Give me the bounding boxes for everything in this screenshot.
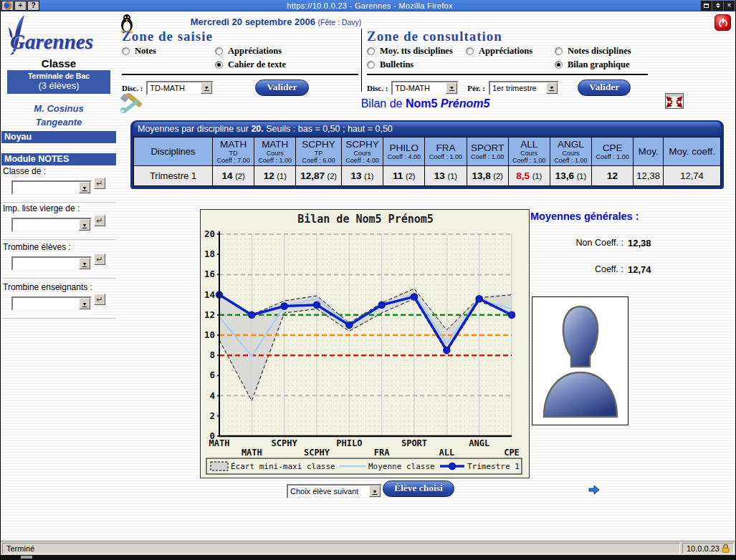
dropdown-arrow-icon[interactable]: ▼ [79, 258, 90, 269]
enter-button[interactable]: ↵ [94, 178, 105, 189]
radio-circle-icon[interactable] [367, 47, 375, 55]
zone-consultation-title: Zone de consultation [367, 29, 648, 44]
column-header-scphy: SCPHYTPCoeff : 6.00 [296, 137, 341, 166]
grade-cell-6: 13,8 (2) [467, 166, 508, 186]
radio-cahier-de-texte[interactable]: Cahier de texte [215, 59, 358, 70]
radio-label: Notes [135, 46, 156, 57]
student-nom: Nom5 [406, 97, 437, 110]
student-photo-frame [532, 296, 629, 425]
radio-notes-disciplines[interactable]: Notes disciplines [555, 46, 648, 57]
radio-circle-icon[interactable] [215, 61, 223, 69]
radio-label: Moy. tts disciplines [380, 46, 453, 57]
trombine-enseignants-select[interactable]: ▼ [11, 296, 92, 311]
grade-cell-8: 13,6 (1) [550, 166, 591, 186]
imp-liste-row: ▼ ↵ [11, 218, 105, 232]
classe-de-select[interactable]: ▼ [11, 180, 92, 195]
grade-cell-1: 12 (1) [254, 166, 296, 186]
radio-label: Appréciations [228, 46, 282, 57]
fete-text: (Fête : Davy) [318, 18, 362, 26]
firefox-icon[interactable] [1, 1, 14, 11]
student-prenom: Prénom5 [441, 97, 489, 110]
trombine-enseignants-row: ▼ ↵ [11, 296, 105, 311]
ssl-lock-icon[interactable] [722, 544, 730, 553]
classe-name: Terminale de Bac [7, 72, 110, 80]
logout-power-button[interactable] [715, 14, 731, 31]
column-header-math: MATHCoursCoeff : 1.00 [254, 137, 296, 166]
grade-cell-4: 11 (2) [383, 166, 425, 186]
disc-label: Disc. : [367, 84, 388, 92]
svg-text:16: 16 [204, 269, 215, 279]
noyau-section-title[interactable]: Noyau [1, 131, 116, 143]
enter-button[interactable]: ↵ [94, 215, 105, 226]
logo-text[interactable]: Garennes [10, 30, 93, 54]
module-notes-section-title[interactable]: Module NOTES [1, 153, 116, 165]
column-header-moy-coeff-: Moy. coeff. [664, 137, 721, 166]
radio-circle-icon[interactable] [555, 47, 563, 55]
new-tab-button[interactable]: + [14, 1, 27, 11]
radio-appreciations-consult[interactable]: Appréciations [466, 46, 555, 57]
shade-button[interactable] [712, 1, 723, 11]
next-student-arrow-icon[interactable] [588, 484, 601, 496]
radio-circle-icon[interactable] [215, 47, 223, 55]
student-avatar [537, 301, 624, 421]
classe-de-row: ▼ ↵ [11, 180, 105, 195]
dropdown-arrow-icon[interactable]: ▼ [369, 486, 381, 497]
grades-table-caption: Moyennes par discipline sur 20. Seuils :… [133, 122, 721, 137]
window-titlebar: + ? https://10.0.0.23 - Garennes - Mozil… [1, 0, 735, 11]
enter-button[interactable]: ↵ [94, 294, 105, 305]
grade-cell-0: 14 (2) [213, 166, 254, 186]
radio-notes[interactable]: Notes [122, 46, 215, 57]
svg-text:MATH: MATH [209, 438, 230, 448]
maximize-icon [704, 4, 709, 8]
close-button[interactable]: × [723, 1, 735, 11]
main-content: Mercredi 20 septembre 2006 (Fête : Davy)… [116, 11, 735, 541]
column-header-disciplines: Disciplines [134, 137, 213, 166]
radio-circle-icon[interactable] [555, 61, 563, 69]
radio-bilan-graphique[interactable]: Bilan graphique [555, 59, 648, 70]
svg-text:14: 14 [204, 289, 215, 300]
dropdown-arrow-icon[interactable]: ▼ [79, 182, 90, 193]
maximize-button[interactable] [700, 1, 712, 11]
help-button[interactable]: ? [27, 1, 39, 11]
scrollbar-grip[interactable] [21, 556, 32, 559]
svg-text:8: 8 [209, 349, 215, 360]
imp-liste-label: Imp. liste vierge de : [3, 203, 80, 213]
dropdown-arrow-icon[interactable]: ▼ [79, 219, 90, 231]
student-next-select[interactable]: Choix élève suivant▼ [287, 484, 382, 498]
radio-appreciations[interactable]: Appréciations [215, 46, 358, 57]
trombine-eleves-select[interactable]: ▼ [11, 256, 92, 271]
radio-bulletins[interactable]: Bulletins [367, 59, 466, 70]
zone-de-consultation: Zone de consultation Moy. tts discipline… [367, 29, 648, 96]
grade-cell-11: 12,74 [664, 166, 721, 186]
radio-circle-icon[interactable] [466, 47, 474, 55]
bottom-border [1, 555, 735, 560]
grades-table-panel: Moyennes par discipline sur 20. Seuils :… [130, 120, 724, 189]
host-text: 10.0.0.23 [687, 544, 720, 553]
radio-label: Bulletins [380, 59, 414, 70]
classe-de-label: Classe de : [3, 166, 46, 176]
per-label: Pér. : [467, 84, 485, 92]
svg-text:ANGL: ANGL [469, 438, 489, 448]
rule [122, 74, 358, 75]
dropdown-arrow-icon[interactable]: ▼ [79, 298, 90, 309]
enter-button[interactable]: ↵ [94, 254, 105, 265]
classe-count: (3 élèves) [7, 80, 110, 91]
radio-circle-icon[interactable] [122, 47, 130, 55]
expand-fullscreen-icon[interactable] [665, 93, 684, 109]
separator [1, 318, 116, 319]
date-text: Mercredi 20 septembre 2006 [191, 16, 315, 27]
svg-text:18: 18 [204, 248, 215, 259]
sidebar: Garennes Classe Terminale de Bac (3 élèv… [1, 11, 116, 541]
imp-liste-select[interactable]: ▼ [11, 218, 92, 232]
grade-cell-5: 13 (1) [425, 166, 467, 186]
row-label-trimestre-1: Trimestre 1 [134, 166, 213, 186]
eleve-choisi-button[interactable]: Élève choisi [383, 481, 454, 497]
radio-circle-icon[interactable] [367, 61, 375, 69]
disc-label: Disc. : [122, 84, 143, 92]
svg-text:FRA: FRA [374, 448, 390, 458]
column-header-cpe: CPECoeff : 1.00 [592, 137, 634, 166]
radio-moy-tts-disciplines[interactable]: Moy. tts disciplines [367, 46, 466, 57]
svg-text:SPORT: SPORT [401, 438, 427, 448]
garennes-logo: Garennes [1, 14, 116, 59]
report-header: Bilan de Nom5 Prénom5 [116, 92, 735, 116]
